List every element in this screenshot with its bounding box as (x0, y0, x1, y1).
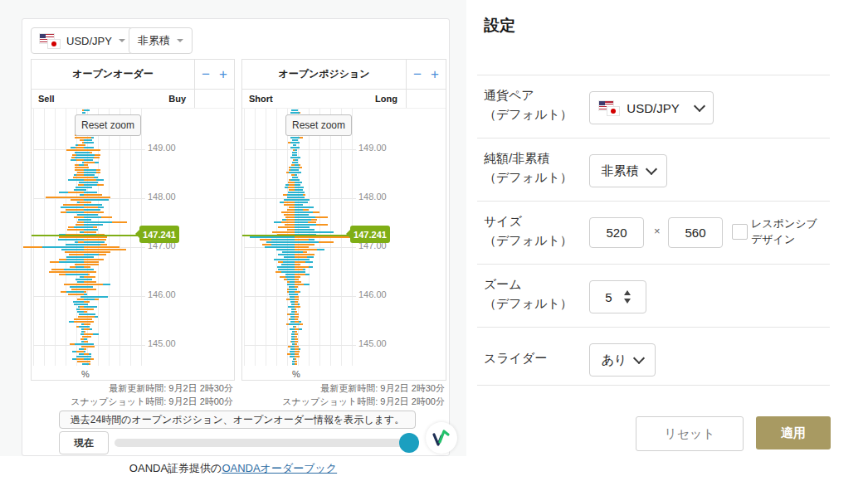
histogram-bar (84, 309, 94, 310)
histogram-bar (286, 323, 290, 325)
histogram-bar (49, 271, 84, 273)
zoom-out-button[interactable]: − (202, 67, 210, 81)
histogram-bar (295, 109, 298, 111)
histogram-bar (84, 206, 98, 208)
histogram-bar (84, 154, 95, 156)
time-slider-track[interactable] (115, 439, 416, 447)
histogram-bar (295, 274, 305, 275)
histogram-bar (66, 256, 84, 258)
histogram-bar (295, 142, 300, 143)
histogram-bar (84, 299, 95, 300)
histogram-bar (84, 224, 103, 226)
height-input[interactable] (668, 217, 723, 248)
histogram-bar (295, 346, 299, 347)
histogram-bar (59, 192, 68, 193)
stepper-up-icon[interactable] (624, 290, 631, 295)
stepper-arrows (624, 290, 631, 304)
apply-button[interactable]: 適用 (756, 416, 831, 449)
now-button[interactable]: 現在 (59, 431, 109, 454)
responsive-design-checkbox[interactable] (732, 224, 748, 240)
reset-zoom-button[interactable]: Reset zoom (75, 114, 141, 136)
net-mode-select[interactable]: 非累積 (589, 154, 667, 187)
histogram-bar (58, 239, 84, 240)
current-price-line (242, 235, 352, 236)
current-price-line (32, 235, 141, 236)
histogram-bar (289, 179, 290, 181)
histogram-bar (295, 199, 310, 201)
histogram-bar (84, 346, 95, 347)
zoom-in-button[interactable]: + (219, 67, 227, 81)
histogram-bar (300, 323, 302, 325)
currency-pair-select[interactable]: USD/JPY (589, 91, 714, 124)
histogram-bar (278, 261, 284, 263)
histogram-bar (295, 261, 305, 263)
histogram-bar (76, 187, 84, 188)
slider-select[interactable]: あり (589, 343, 656, 377)
histogram-bar (78, 144, 84, 146)
histogram-bar (84, 323, 90, 325)
x-axis-label: % (242, 369, 350, 379)
histogram-bar (299, 164, 300, 166)
histogram-bar (287, 281, 290, 283)
histogram-bar (274, 221, 281, 223)
histogram-bar (84, 361, 90, 362)
histogram-bar (316, 224, 328, 226)
histogram-bar (295, 157, 300, 158)
histogram-bar (69, 321, 74, 323)
histogram-bar (95, 316, 99, 318)
histogram-bar (295, 326, 296, 328)
histogram-bar (77, 214, 84, 216)
histogram-bar (75, 137, 84, 138)
histogram-bar (313, 211, 319, 213)
zoom-out-button[interactable]: − (413, 67, 422, 81)
histogram-bar (90, 328, 92, 330)
histogram-bar (84, 348, 86, 350)
aggregation-mode-dropdown[interactable]: 非累積 (129, 27, 193, 54)
histogram-bar (288, 142, 290, 143)
histogram-bar (295, 189, 303, 191)
histogram-bar (295, 172, 301, 173)
y-axis-tick-label: 146.00 (358, 289, 387, 299)
histogram-bar (284, 279, 287, 280)
time-slider-handle[interactable] (399, 433, 419, 453)
histogram-bar (309, 266, 313, 268)
zoom-stepper-value: 5 (605, 290, 612, 304)
y-axis-tick-label: 149.00 (358, 143, 387, 153)
histogram-bar (277, 266, 295, 268)
histogram-bar (295, 281, 301, 283)
histogram-bar (84, 304, 88, 305)
histogram-bar (303, 251, 306, 253)
currency-pair-value: USD/JPY (66, 35, 112, 47)
orderbook-link[interactable]: OANDAオーダーブック (222, 462, 337, 474)
settings-title: 設定 (484, 15, 515, 36)
histogram-bar (84, 356, 91, 357)
histogram-bar (76, 358, 84, 360)
histogram-bar (90, 152, 92, 153)
histogram-bar (84, 281, 96, 283)
histogram-bar (50, 261, 59, 263)
stepper-down-icon[interactable] (624, 299, 631, 304)
zoom-in-button[interactable]: + (431, 67, 439, 81)
histogram-bar (295, 214, 309, 216)
histogram-bar (84, 199, 109, 201)
histogram-bar (46, 197, 84, 198)
slider-select-value: あり (602, 352, 627, 368)
histogram-bar (284, 202, 295, 203)
histogram-bar (287, 209, 295, 211)
reset-zoom-button[interactable]: Reset zoom (285, 114, 352, 136)
reset-button[interactable]: リセット (636, 416, 744, 451)
histogram-bar (66, 259, 84, 260)
y-axis-tick-label: 149.00 (148, 143, 176, 153)
currency-pair-dropdown[interactable]: USD/JPY (31, 27, 134, 54)
histogram-bar (300, 112, 301, 114)
histogram-bar (77, 202, 80, 203)
histogram-bar (74, 304, 84, 305)
width-input[interactable] (589, 217, 644, 248)
histogram-bar (304, 284, 309, 285)
zoom-stepper[interactable]: 5 (589, 280, 646, 313)
histogram-bar (282, 251, 295, 253)
histogram-bar (319, 241, 334, 243)
histogram-bar (61, 211, 66, 213)
histogram-bar (285, 216, 295, 218)
histogram-bar (76, 309, 79, 310)
